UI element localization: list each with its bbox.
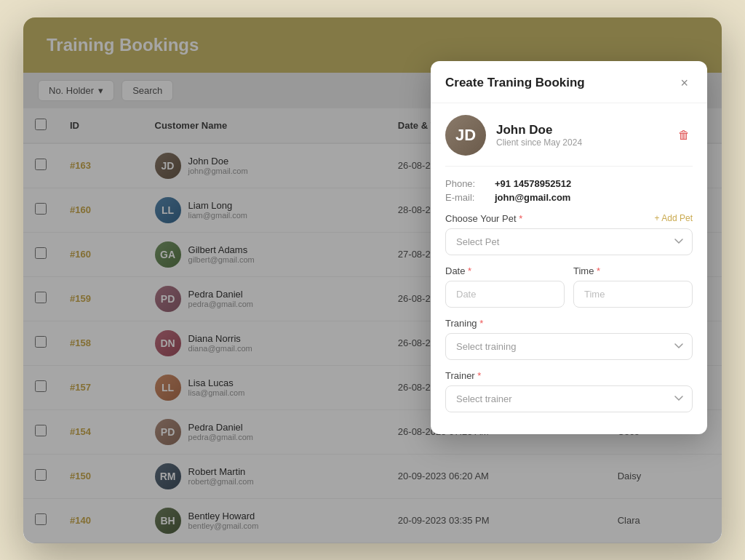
browser-window: Training Bookings No. Holder ▾ Search ID…: [23, 17, 722, 543]
date-required-star: *: [468, 265, 471, 276]
email-value: john@gmail.com: [495, 192, 693, 203]
time-input[interactable]: [573, 281, 693, 308]
trainer-section: Trainer * Select trainer: [445, 370, 693, 412]
modal-customer-since: Client since May 2024: [496, 137, 665, 148]
phone-value: +91 14578952512: [495, 178, 693, 189]
date-section: Date *: [445, 265, 565, 308]
date-field-label: Date *: [445, 265, 471, 276]
modal-header: Create Traning Booking ×: [431, 61, 707, 103]
training-select[interactable]: Select training: [445, 333, 693, 360]
trainer-field-label: Trainer *: [445, 370, 481, 381]
trainer-select[interactable]: Select trainer: [445, 385, 693, 412]
date-input[interactable]: [445, 281, 565, 308]
customer-info-text: John Doe Client since May 2024: [496, 123, 665, 148]
training-label-row: Traning *: [445, 318, 693, 329]
modal-customer-avatar: JD: [445, 115, 486, 156]
create-booking-modal: Create Traning Booking × JD John Doe Cli…: [431, 61, 707, 434]
training-field-label: Traning *: [445, 318, 483, 329]
pet-label-row: Choose Your Pet * + Add Pet: [445, 213, 693, 224]
time-section: Time *: [573, 265, 693, 308]
pet-select[interactable]: Select Pet: [445, 228, 693, 255]
modal-customer-name: John Doe: [496, 123, 665, 137]
add-pet-link[interactable]: + Add Pet: [655, 213, 693, 223]
training-section: Traning * Select training: [445, 318, 693, 360]
time-label-row: Time *: [573, 265, 693, 276]
phone-label: Phone:: [445, 178, 489, 189]
email-label: E-mail:: [445, 192, 489, 203]
pet-section: Choose Your Pet * + Add Pet Select Pet: [445, 213, 693, 255]
pet-field-label: Choose Your Pet *: [445, 213, 522, 224]
time-required-star: *: [597, 265, 600, 276]
modal-body: JD John Doe Client since May 2024 🗑 Phon…: [431, 103, 707, 434]
date-label-row: Date *: [445, 265, 565, 276]
modal-overlay: Create Traning Booking × JD John Doe Cli…: [23, 17, 722, 543]
customer-info-section: JD John Doe Client since May 2024 🗑: [445, 115, 693, 167]
pet-required-star: *: [519, 213, 522, 224]
contact-info-section: Phone: +91 14578952512 E-mail: john@gmai…: [445, 178, 693, 203]
training-required-star: *: [479, 318, 483, 329]
trainer-label-row: Trainer *: [445, 370, 693, 381]
close-button[interactable]: ×: [676, 74, 693, 92]
delete-customer-button[interactable]: 🗑: [675, 126, 693, 145]
date-time-row: Date * Time *: [445, 265, 693, 308]
modal-title: Create Traning Booking: [445, 76, 585, 90]
time-field-label: Time *: [573, 265, 600, 276]
trainer-required-star: *: [477, 370, 481, 381]
